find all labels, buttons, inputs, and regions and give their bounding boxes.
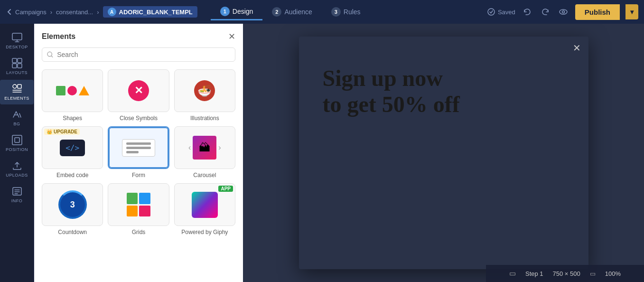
upgrade-badge: 👑 UPGRADE: [44, 129, 80, 135]
step-design-label: Design: [233, 8, 253, 15]
svg-rect-11: [15, 138, 19, 142]
grids-icon: [127, 193, 150, 216]
step-audience-label: Audience: [284, 8, 312, 16]
modal-popup: ✕ Sign up now to get 50% off: [299, 37, 588, 269]
elements-row-3: 3 Countdown Grids APP: [42, 183, 235, 235]
main-layout: DESKTOP LAYOUTS ELEMENTS BG POSITION UPL…: [0, 24, 644, 282]
element-powered-by-giphy[interactable]: APP Powered by Giphy: [174, 183, 235, 235]
back-button[interactable]: Campaigns: [6, 8, 47, 16]
carousel-label: Carousel: [193, 172, 216, 179]
svg-rect-4: [12, 58, 17, 63]
illustrations-label: Illustrations: [190, 115, 219, 122]
sidebar-item-bg[interactable]: BG: [0, 105, 34, 130]
dimensions-display: 750 × 500: [553, 270, 580, 277]
sidebar-info-label: INFO: [11, 198, 23, 203]
giphy-thumb: APP: [174, 183, 235, 226]
step-rules[interactable]: 3 Rules: [322, 4, 370, 19]
template-name: ADORIC_BLANK_TEMPL: [119, 9, 193, 16]
form-label: Form: [132, 172, 145, 179]
svg-rect-6: [12, 64, 17, 68]
crown-icon: 👑: [47, 129, 52, 134]
svg-rect-3: [12, 33, 22, 40]
svg-rect-10: [12, 135, 22, 145]
sidebar-item-elements[interactable]: ELEMENTS: [0, 80, 34, 104]
search-bar: [42, 47, 235, 62]
step-audience[interactable]: 2 Audience: [262, 4, 321, 19]
element-embed-code[interactable]: 👑 UPGRADE </> Embed code: [42, 126, 103, 179]
element-form[interactable]: Form: [108, 126, 169, 179]
svg-point-8: [13, 85, 17, 88]
element-grids[interactable]: Grids: [108, 183, 169, 235]
grid-cell-3: [127, 206, 138, 217]
breadcrumb-separator: ›: [50, 9, 52, 16]
element-close-symbols[interactable]: ✕ Close Symbols: [108, 69, 169, 122]
shape-triangle: [79, 86, 89, 95]
shapes-thumb: [42, 69, 103, 112]
modal-close-button[interactable]: ✕: [573, 42, 581, 54]
template-dot: A: [108, 8, 116, 16]
breadcrumb-separator2: ›: [97, 9, 99, 16]
sidebar-item-desktop[interactable]: DESKTOP: [0, 28, 34, 53]
headline-line1: Sign up now: [323, 66, 443, 91]
form-line-1: [126, 142, 151, 145]
panel-header: Elements ✕: [42, 31, 235, 42]
step-num-1: 1: [220, 7, 230, 16]
countdown-icon: 3: [58, 190, 87, 219]
zoom-level: 100%: [605, 270, 621, 277]
preview-button[interactable]: [557, 6, 569, 18]
modal-content: Sign up now to get 50% off: [299, 37, 588, 146]
element-countdown[interactable]: 3 Countdown: [42, 183, 103, 235]
frame-icon: ▭: [509, 269, 516, 278]
panel-close-button[interactable]: ✕: [228, 31, 235, 42]
step-rules-label: Rules: [344, 8, 361, 16]
saved-indicator: Saved: [487, 8, 515, 16]
illus-icon: 🍜: [194, 80, 215, 101]
step-num-3: 3: [331, 7, 341, 17]
topbar-right: Saved Publish ▾: [487, 4, 638, 20]
sidebar-bg-label: BG: [13, 122, 20, 126]
form-line-2: [126, 147, 151, 149]
breadcrumb-item[interactable]: consentand...: [56, 9, 93, 16]
sidebar-position-label: POSITION: [6, 147, 28, 152]
step-num-2: 2: [272, 7, 281, 17]
publish-dropdown-button[interactable]: ▾: [625, 4, 638, 19]
shape-circle: [67, 86, 77, 95]
publish-button[interactable]: Publish: [575, 4, 620, 20]
embed-icon: </>: [60, 140, 85, 156]
elements-row-1: Shapes ✕ Close Symbols 🍜 Illustrations: [42, 69, 235, 122]
countdown-number: 3: [70, 200, 75, 210]
elements-row-2: 👑 UPGRADE </> Embed code Form: [42, 126, 235, 179]
search-input[interactable]: [57, 51, 230, 58]
embed-code-label: Embed code: [56, 172, 88, 179]
close-symbols-thumb: ✕: [108, 69, 169, 112]
undo-button[interactable]: [521, 6, 533, 18]
sidebar-item-position[interactable]: POSITION: [0, 131, 34, 156]
svg-point-1: [560, 9, 567, 14]
bottom-bar: ▭ Step 1 750 × 500 ▭ 100%: [486, 265, 644, 282]
sidebar-item-uploads[interactable]: UPLOADS: [0, 157, 34, 181]
sidebar-item-layouts[interactable]: LAYOUTS: [0, 54, 34, 79]
shape-square: [56, 86, 65, 95]
element-carousel[interactable]: ‹ 🏔 › Carousel: [174, 126, 235, 179]
shapes-label: Shapes: [63, 115, 82, 122]
form-icon: [122, 139, 155, 157]
upgrade-label: UPGRADE: [54, 129, 77, 134]
svg-point-2: [562, 11, 564, 13]
form-thumb: [108, 126, 169, 169]
sidebar-layouts-label: LAYOUTS: [6, 70, 28, 75]
headline-line2: to get 50% off: [323, 92, 460, 117]
redo-button[interactable]: [539, 6, 551, 18]
modal-headline: Sign up now to get 50% off: [323, 65, 460, 117]
saved-label: Saved: [498, 9, 515, 16]
element-shapes[interactable]: Shapes: [42, 69, 103, 122]
step-design[interactable]: 1 Design: [211, 4, 263, 20]
search-icon: [47, 51, 53, 58]
giphy-icon: [192, 192, 218, 218]
app-badge: APP: [218, 186, 233, 192]
element-illustrations[interactable]: 🍜 Illustrations: [174, 69, 235, 122]
close-symbols-label: Close Symbols: [120, 115, 158, 122]
sidebar-item-info[interactable]: INFO: [0, 182, 34, 207]
illustrations-thumb: 🍜: [174, 69, 235, 112]
carousel-prev-icon: ‹: [188, 143, 191, 152]
steps-nav: 1 Design 2 Audience 3 Rules: [211, 4, 370, 20]
